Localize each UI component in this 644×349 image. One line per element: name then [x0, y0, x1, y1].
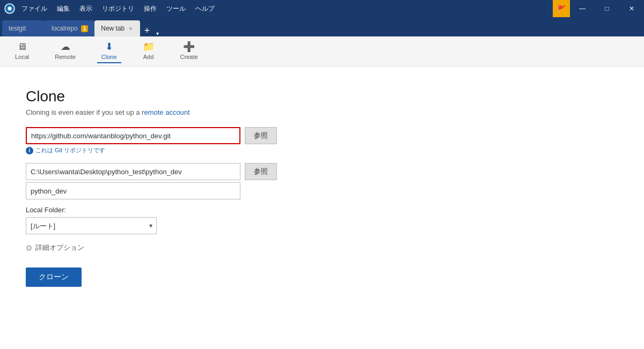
flag-icon: 🚩	[553, 0, 570, 17]
create-icon: ➕	[183, 42, 195, 51]
tab-bar: testgit localrepo 1 New tab × + ▾	[0, 17, 644, 36]
repo-name-input-row	[26, 182, 618, 199]
menu-view[interactable]: 表示	[75, 2, 97, 16]
toolbar-clone-label: Clone	[101, 54, 117, 60]
toolbar-remote[interactable]: ☁ Remote	[50, 40, 80, 63]
chevron-down-icon: ⊙	[26, 243, 32, 252]
clone-button[interactable]: クローン	[26, 268, 82, 287]
toolbar: 🖥 Local ☁ Remote ⬇ Clone 📁 Add ➕ Create	[0, 36, 644, 66]
repo-type-text: これは Git リポジトリです	[35, 146, 105, 154]
menu-tools[interactable]: ツール	[162, 2, 190, 16]
tab-testgit-label: testgit	[9, 25, 26, 32]
local-path-ref-button[interactable]: 参照	[245, 163, 277, 180]
remote-account-link[interactable]: remote account	[142, 108, 190, 116]
tab-localrepo-badge: 1	[81, 25, 89, 32]
add-tab-button[interactable]: +	[140, 25, 155, 36]
tab-testgit[interactable]: testgit	[2, 20, 45, 36]
url-ref-button[interactable]: 参照	[245, 127, 277, 144]
add-icon: 📁	[143, 42, 155, 51]
tab-localrepo-label: localrepo	[52, 25, 78, 32]
svg-point-1	[8, 7, 12, 11]
toolbar-add[interactable]: 📁 Add	[138, 40, 159, 63]
toolbar-remote-label: Remote	[55, 54, 76, 60]
advanced-options-label: 詳細オプション	[35, 243, 84, 253]
tab-newtab[interactable]: New tab ×	[94, 20, 140, 36]
main-content: Clone Cloning is even easier if you set …	[0, 66, 644, 349]
local-icon: 🖥	[17, 42, 27, 51]
repo-type-hint: i これは Git リポジトリです	[26, 146, 618, 154]
close-button[interactable]: ✕	[619, 0, 644, 17]
page-subtitle: Cloning is even easier if you set up a r…	[26, 108, 618, 116]
tab-localrepo[interactable]: localrepo 1	[45, 20, 94, 36]
title-bar: ファイル 編集 表示 リポジトリ 操作 ツール ヘルプ 🚩 — □ ✕	[0, 0, 644, 17]
title-bar-controls: 🚩 — □ ✕	[553, 0, 644, 17]
menu-bar: ファイル 編集 表示 リポジトリ 操作 ツール ヘルプ	[17, 2, 219, 16]
advanced-options-toggle[interactable]: ⊙ 詳細オプション	[26, 243, 618, 253]
clone-icon: ⬇	[105, 42, 113, 51]
toolbar-local[interactable]: 🖥 Local	[11, 40, 33, 63]
subtitle-text: Cloning is even easier if you set up a	[26, 108, 142, 116]
menu-edit[interactable]: 編集	[53, 2, 74, 16]
local-folder-select-wrapper: [ルート]	[26, 217, 157, 234]
remote-icon: ☁	[61, 42, 70, 51]
repo-name-input[interactable]	[26, 182, 240, 199]
toolbar-add-label: Add	[143, 54, 154, 60]
menu-actions[interactable]: 操作	[140, 2, 161, 16]
url-input-row: 参照	[26, 127, 618, 144]
toolbar-local-label: Local	[15, 54, 29, 60]
minimize-button[interactable]: —	[570, 0, 595, 17]
menu-file[interactable]: ファイル	[17, 2, 52, 16]
menu-repository[interactable]: リポジトリ	[98, 2, 138, 16]
tab-dropdown-button[interactable]: ▾	[154, 31, 161, 36]
local-folder-select[interactable]: [ルート]	[26, 217, 157, 234]
local-path-input[interactable]	[26, 163, 240, 180]
local-folder-label: Local Folder:	[26, 206, 618, 214]
toolbar-create-label: Create	[180, 54, 198, 60]
tab-close-button[interactable]: ×	[128, 24, 133, 33]
info-icon: i	[26, 147, 33, 154]
local-path-input-row: 参照	[26, 163, 618, 180]
toolbar-create[interactable]: ➕ Create	[176, 40, 202, 63]
app-logo-icon	[4, 3, 15, 14]
tab-newtab-label: New tab	[101, 25, 125, 32]
url-input[interactable]	[26, 127, 240, 144]
menu-help[interactable]: ヘルプ	[191, 2, 219, 16]
toolbar-clone[interactable]: ⬇ Clone	[97, 40, 121, 63]
maximize-button[interactable]: □	[595, 0, 619, 17]
page-title: Clone	[26, 88, 618, 105]
